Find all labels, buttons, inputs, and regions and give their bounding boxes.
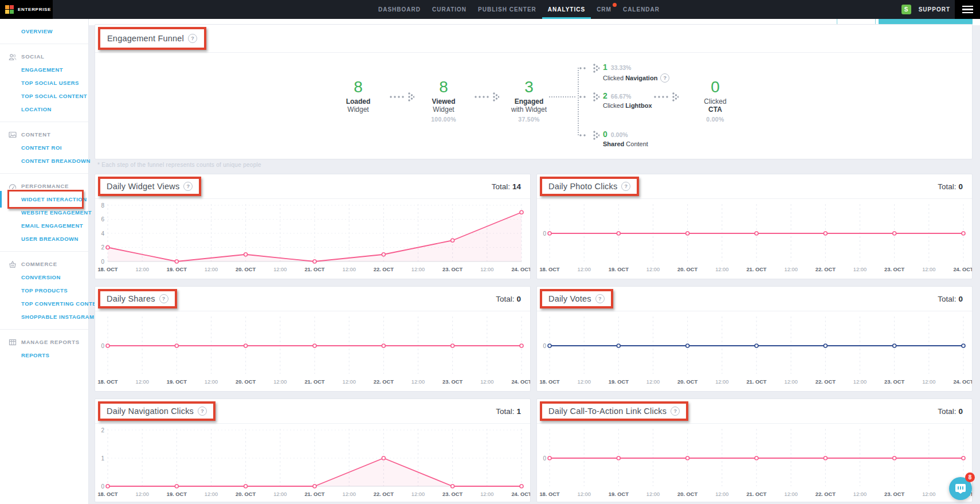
nav-item-dashboard[interactable]: DASHBOARD xyxy=(378,0,421,19)
help-icon[interactable]: ? xyxy=(183,182,193,191)
sidebar-item-location[interactable]: LOCATION xyxy=(0,103,88,116)
chart-panel-daily-widget-views: Daily Widget Views?Total:148642018. OCT1… xyxy=(95,174,531,279)
funnel-branch-lightbox: 266.67%Clicked Lightbox xyxy=(603,91,652,109)
sidebar-item-top-social-content[interactable]: TOP SOCIAL CONTENT xyxy=(0,89,88,103)
x-tick-hour-label: 12:00 xyxy=(646,491,660,497)
funnel-step-clicked-cta: 0ClickedCTA0.00% xyxy=(678,79,752,123)
sidebar-item-email-engagement[interactable]: EMAIL ENGAGEMENT xyxy=(0,219,88,232)
sidebar-item-top-social-users[interactable]: TOP SOCIAL USERS xyxy=(0,76,88,89)
primary-nav: DASHBOARDCURATIONPUBLISH CENTERANALYTICS… xyxy=(373,0,665,19)
sidebar-item-content-roi[interactable]: CONTENT ROI xyxy=(0,141,88,154)
data-point-marker xyxy=(755,456,758,460)
x-tick-hour-label: 12:00 xyxy=(646,267,660,272)
y-tick-label: 4 xyxy=(101,230,104,237)
sidebar-item-label: CONTENT ROI xyxy=(21,144,62,151)
funnel-body: 8LoadedWidget8ViewedWidget100.00%3Engage… xyxy=(95,52,972,159)
x-tick-day-label: 23. OCT xyxy=(442,267,462,272)
sidebar-item-widget-interaction[interactable]: WIDGET INTERACTION xyxy=(0,193,88,206)
x-tick-hour-label: 12:00 xyxy=(480,379,493,385)
sidebar-header-social: SOCIAL xyxy=(0,50,88,63)
help-icon[interactable]: ? xyxy=(188,34,197,43)
nav-item-calendar[interactable]: CALENDAR xyxy=(623,0,660,19)
x-tick-day-label: 23. OCT xyxy=(884,267,904,272)
sidebar-item-website-engagement[interactable]: WEBSITE ENGAGEMENT xyxy=(0,206,88,219)
funnel-branch-value: 1 xyxy=(603,62,607,72)
x-axis-labels: 18. OCT12:0019. OCT12:0020. OCT12:0021. … xyxy=(97,379,530,385)
data-point-marker xyxy=(686,456,689,460)
y-tick-label: 2 xyxy=(101,427,104,433)
y-tick-label: 0 xyxy=(543,343,546,349)
sidebar-item-reports[interactable]: REPORTS xyxy=(0,349,88,362)
nav-item-publish-center[interactable]: PUBLISH CENTER xyxy=(478,0,536,19)
sidebar-item-label: LOCATION xyxy=(21,106,52,112)
sidebar-item-top-converting-content[interactable]: TOP CONVERTING CONTENT xyxy=(0,297,88,310)
help-icon[interactable]: ? xyxy=(621,182,630,191)
data-point-marker xyxy=(617,232,620,235)
x-tick-hour-label: 12:00 xyxy=(853,491,867,497)
sidebar-item-label: USER BREAKDOWN xyxy=(21,236,79,242)
help-icon[interactable]: ? xyxy=(660,73,669,83)
x-tick-day-label: 24. OCT xyxy=(511,491,530,497)
x-tick-day-label: 21. OCT xyxy=(746,491,766,497)
sidebar-item-content-breakdown[interactable]: CONTENT BREAKDOWN xyxy=(0,154,88,167)
x-tick-day-label: 19. OCT xyxy=(167,267,187,272)
data-point-marker xyxy=(893,232,896,235)
x-tick-day-label: 24. OCT xyxy=(511,267,530,272)
sidebar-item-shoppable-instagram[interactable]: SHOPPABLE INSTAGRAM xyxy=(0,310,88,323)
annotation-box-chart-title: Daily Call-To-Action Link Clicks? xyxy=(540,401,688,421)
funnel-arrow-icon xyxy=(474,90,499,104)
help-icon[interactable]: ? xyxy=(595,294,605,303)
sidebar-header-label: CONTENT xyxy=(21,131,51,138)
sidebar-item-conversion[interactable]: CONVERSION xyxy=(0,271,88,284)
annotation-box-chart-title: Daily Shares? xyxy=(98,289,177,308)
support-link[interactable]: SUPPORT xyxy=(919,6,950,13)
data-point-marker xyxy=(686,344,689,347)
sidebar-item-label: OVERVIEW xyxy=(21,28,53,34)
x-tick-hour-label: 12:00 xyxy=(205,379,218,385)
brand-block[interactable]: ENTERPRISE xyxy=(0,0,53,19)
help-icon[interactable]: ? xyxy=(198,407,207,416)
funnel-branch-value: 2 xyxy=(603,91,607,100)
table-icon xyxy=(9,338,17,346)
nav-item-analytics[interactable]: ANALYTICS xyxy=(548,0,585,19)
data-point-marker xyxy=(106,246,109,249)
chart-total-value: 0 xyxy=(958,295,963,303)
sidebar-item-top-products[interactable]: TOP PRODUCTS xyxy=(0,284,88,297)
sidebar-header-label: PERFORMANCE xyxy=(21,183,69,189)
data-point-marker xyxy=(962,344,965,347)
data-point-marker xyxy=(382,253,385,256)
data-point-marker xyxy=(962,456,965,460)
data-point-marker xyxy=(451,344,454,347)
hamburger-menu-icon[interactable] xyxy=(955,0,980,19)
engagement-funnel-panel: Engagement Funnel ? 8LoadedWidget8Viewed… xyxy=(95,24,973,159)
x-tick-hour-label: 12:00 xyxy=(853,379,867,385)
funnel-arrow-icon xyxy=(389,90,414,104)
chart-total-value: 14 xyxy=(512,182,521,191)
help-icon[interactable]: ? xyxy=(159,294,168,303)
data-point-marker xyxy=(313,260,316,263)
sidebar-item-overview[interactable]: OVERVIEW xyxy=(0,25,88,38)
gridlines xyxy=(108,429,522,486)
data-point-marker xyxy=(313,344,316,347)
x-tick-hour-label: 12:00 xyxy=(480,491,493,497)
x-tick-hour-label: 12:00 xyxy=(343,491,356,497)
x-tick-hour-label: 12:00 xyxy=(273,267,287,272)
sidebar-item-user-breakdown[interactable]: USER BREAKDOWN xyxy=(0,232,88,245)
nav-item-crm[interactable]: CRM xyxy=(597,0,611,19)
nav-item-curation[interactable]: CURATION xyxy=(432,0,467,19)
chart-total: Total:0 xyxy=(938,407,963,416)
x-tick-day-label: 18. OCT xyxy=(97,491,117,497)
funnel-branch-label: Clicked Navigation? xyxy=(603,73,669,83)
avatar[interactable]: S xyxy=(901,5,911,14)
chart-panel-daily-votes: Daily Votes?Total:0018. OCT12:0019. OCT1… xyxy=(536,286,973,392)
sidebar-item-engagement[interactable]: ENGAGEMENT xyxy=(0,63,88,76)
x-tick-hour-label: 12:00 xyxy=(853,267,867,272)
annotation-box-chart-title: Daily Photo Clicks? xyxy=(540,177,639,196)
y-tick-label: 2 xyxy=(101,244,104,251)
help-icon[interactable]: ? xyxy=(671,407,680,416)
funnel-branch-value-row: 266.67% xyxy=(603,91,652,100)
data-point-marker xyxy=(520,344,523,347)
x-tick-day-label: 20. OCT xyxy=(236,379,256,385)
chart-title: Daily Call-To-Action Link Clicks xyxy=(548,407,667,416)
funnel-branch-percent: 0.00% xyxy=(611,131,628,138)
